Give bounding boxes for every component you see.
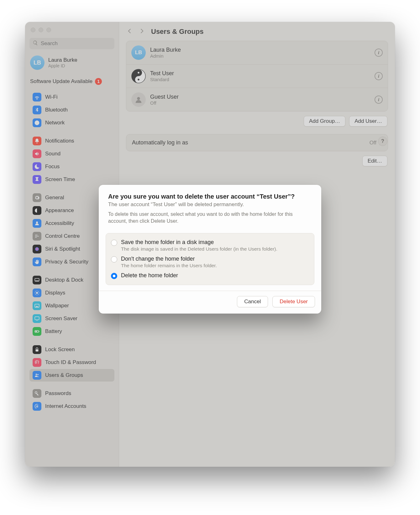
dialog-option[interactable]: Don't change the home folderThe home fol… (110, 254, 310, 270)
dialog-options: Save the home folder in a disk imageThe … (106, 233, 314, 285)
settings-window: LB Laura Burke Apple ID Software Update … (25, 22, 395, 467)
dialog-subtitle: The user account “Test User” will be del… (108, 201, 312, 208)
option-label: Delete the home folder (121, 272, 178, 279)
option-description: The home folder remains in the Users fol… (121, 263, 217, 268)
option-description: The disk image is saved in the Deleted U… (121, 246, 277, 252)
dialog-option[interactable]: Delete the home folder (110, 270, 310, 281)
dialog-description: To delete this user account, select what… (108, 211, 312, 225)
option-label: Don't change the home folder (121, 256, 217, 262)
radio-button[interactable] (111, 256, 117, 263)
dialog-option[interactable]: Save the home folder in a disk imageThe … (110, 237, 310, 254)
radio-button[interactable] (111, 240, 117, 246)
option-label: Save the home folder in a disk image (121, 239, 277, 246)
radio-button[interactable] (111, 273, 117, 279)
cancel-button[interactable]: Cancel (237, 296, 268, 307)
delete-user-dialog: Are you sure you want to delete the user… (99, 185, 321, 314)
delete-user-button[interactable]: Delete User (272, 296, 315, 307)
dialog-title: Are you sure you want to delete the user… (108, 193, 312, 200)
